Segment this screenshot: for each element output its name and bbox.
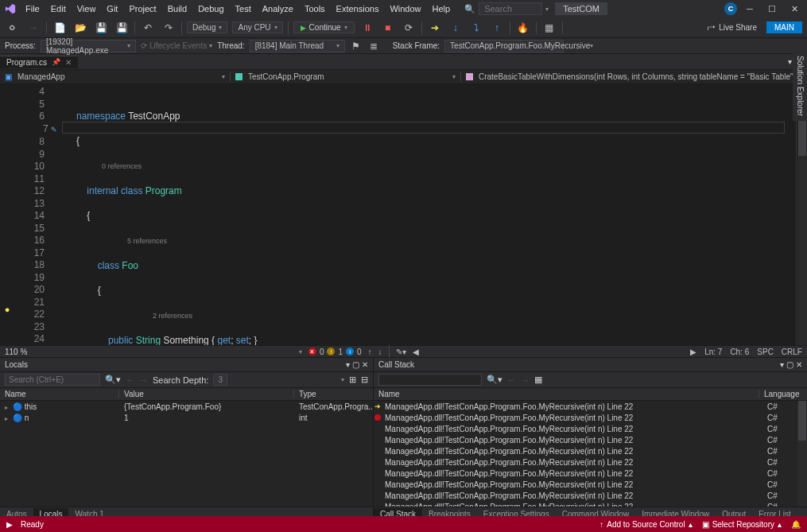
redo-icon[interactable]: ↷ bbox=[161, 20, 177, 36]
continue-button[interactable]: ▶Continue▾ bbox=[293, 21, 355, 33]
live-share-button[interactable]: ⮣Live Share bbox=[703, 21, 762, 33]
search-input[interactable] bbox=[479, 2, 542, 15]
indent-mode[interactable]: SPC bbox=[757, 348, 774, 356]
dropdown-icon[interactable]: ▾ bbox=[780, 360, 784, 369]
undo-icon[interactable]: ↶ bbox=[140, 20, 156, 36]
menu-build[interactable]: Build bbox=[163, 2, 192, 15]
view-frames-icon[interactable]: ▦ bbox=[534, 375, 542, 385]
callstack-col-lang[interactable]: Language bbox=[759, 390, 807, 398]
nav-member-dropdown[interactable]: CrateBasicTableWithDimensions(int Rows, … bbox=[461, 72, 807, 82]
nav-project-dropdown[interactable]: ▣ManagedApp▾ bbox=[0, 72, 231, 82]
menu-debug[interactable]: Debug bbox=[193, 2, 228, 15]
save-all-icon[interactable]: 💾 bbox=[114, 20, 130, 36]
line-ending[interactable]: CRLF bbox=[782, 348, 802, 356]
locals-body[interactable]: ▸🔵 this{TestConApp.Program.Foo}TestConAp… bbox=[0, 401, 373, 507]
nav-down-icon[interactable]: ↓ bbox=[378, 348, 382, 356]
search-go-icon[interactable]: 🔍▾ bbox=[105, 375, 121, 385]
window-layout-button[interactable]: MAIN bbox=[766, 21, 802, 33]
zoom-level[interactable]: 110 % bbox=[5, 348, 27, 356]
nav-class-dropdown[interactable]: TestConApp.Program▾ bbox=[231, 72, 461, 82]
menu-file[interactable]: File bbox=[21, 2, 45, 15]
callstack-search-input[interactable] bbox=[378, 374, 482, 386]
open-icon[interactable]: 📂 bbox=[72, 20, 88, 36]
save-icon[interactable]: 💾 bbox=[93, 20, 109, 36]
callstack-body[interactable]: ➔ManagedApp.dll!TestConApp.Program.Foo.M… bbox=[374, 401, 807, 507]
restart-icon[interactable]: ⟳ bbox=[401, 20, 417, 36]
locals-col-value[interactable]: Value bbox=[119, 390, 294, 398]
notifications-icon[interactable]: 🔔 bbox=[791, 520, 801, 529]
search-next-icon[interactable]: → bbox=[139, 375, 148, 385]
callstack-col-name[interactable]: Name bbox=[374, 390, 759, 398]
show-next-icon[interactable]: ➔ bbox=[427, 20, 443, 36]
callstack-frame[interactable]: ManagedApp.dll!TestConApp.Program.Foo.My… bbox=[374, 412, 807, 423]
solution-explorer-tab[interactable]: Solution Explorer bbox=[794, 51, 806, 121]
nav-up-icon[interactable]: ↑ bbox=[368, 348, 372, 356]
warning-count-icon[interactable]: ! bbox=[327, 348, 335, 355]
search-go-icon[interactable]: 🔍▾ bbox=[487, 375, 502, 385]
platform-dropdown[interactable]: Any CPU▾ bbox=[232, 21, 282, 33]
thread-dropdown[interactable]: [8184] Main Thread▾ bbox=[250, 40, 345, 52]
step-over-icon[interactable]: ⤵ bbox=[468, 20, 484, 36]
nav-fwd-button[interactable]: → bbox=[25, 20, 41, 36]
brush-icon[interactable]: ✎▾ bbox=[396, 348, 406, 356]
callstack-frame[interactable]: ManagedApp.dll!TestConApp.Program.Foo.My… bbox=[374, 434, 807, 445]
locals-col-type[interactable]: Type bbox=[294, 390, 373, 398]
menu-window[interactable]: Window bbox=[385, 2, 425, 15]
hot-reload-icon[interactable]: 🔥 bbox=[515, 20, 531, 36]
tab-program-cs[interactable]: Program.cs 📌 ✕ bbox=[0, 56, 78, 68]
add-source-control[interactable]: ↑ Add to Source Control ▴ bbox=[599, 520, 692, 529]
flag-icon[interactable]: ⚑ bbox=[350, 38, 363, 54]
callstack-frame[interactable]: ManagedApp.dll!TestConApp.Program.Foo.My… bbox=[374, 468, 807, 479]
callstack-frame[interactable]: ManagedApp.dll!TestConApp.Program.Foo.My… bbox=[374, 445, 807, 456]
callstack-frame[interactable]: ManagedApp.dll!TestConApp.Program.Foo.My… bbox=[374, 490, 807, 501]
menu-project[interactable]: Project bbox=[124, 2, 161, 15]
break-all-icon[interactable]: ⏸ bbox=[359, 20, 375, 36]
tab-overflow-icon[interactable]: ▾ bbox=[788, 57, 792, 66]
stackframe-dropdown[interactable]: TestConApp.Program.Foo.MyRecursive▾ bbox=[444, 40, 564, 52]
callstack-frame[interactable]: ManagedApp.dll!TestConApp.Program.Foo.My… bbox=[374, 479, 807, 490]
callstack-frame[interactable]: ManagedApp.dll!TestConApp.Program.Foo.My… bbox=[374, 456, 807, 468]
menu-tools[interactable]: Tools bbox=[300, 2, 330, 15]
close-panel-icon[interactable]: ✕ bbox=[796, 360, 802, 369]
select-repository[interactable]: ▣ Select Repository ▴ bbox=[702, 520, 782, 529]
nav-back-button[interactable]: ⭘ bbox=[5, 20, 21, 36]
callstack-frame[interactable]: ➔ManagedApp.dll!TestConApp.Program.Foo.M… bbox=[374, 401, 807, 412]
close-button[interactable]: ✕ bbox=[785, 2, 804, 16]
locals-row[interactable]: ▸🔵 n1int bbox=[0, 412, 373, 423]
search-dropdown-icon[interactable]: ▾ bbox=[545, 6, 549, 13]
scroll-right-icon[interactable]: ▶ bbox=[690, 348, 696, 356]
user-avatar[interactable]: C bbox=[724, 2, 737, 15]
depth-dropdown-icon[interactable]: ▾ bbox=[341, 376, 344, 383]
info-count-icon[interactable]: i bbox=[346, 348, 354, 355]
threads-icon[interactable]: ≣ bbox=[367, 38, 380, 54]
tool-icon[interactable]: ▦ bbox=[541, 20, 557, 36]
error-count-icon[interactable]: ✕ bbox=[308, 348, 316, 355]
minimize-button[interactable]: ─ bbox=[740, 2, 759, 16]
menu-extensions[interactable]: Extensions bbox=[332, 2, 384, 15]
maximize-button[interactable]: ☐ bbox=[762, 2, 782, 16]
new-file-icon[interactable]: 📄 bbox=[52, 20, 68, 36]
step-into-icon[interactable]: ↓ bbox=[448, 20, 464, 36]
locals-col-name[interactable]: Name bbox=[0, 390, 119, 398]
search-prev-icon[interactable]: ← bbox=[126, 375, 134, 385]
editor-scrollbar[interactable] bbox=[797, 84, 807, 345]
scroll-left-icon[interactable]: ◀ bbox=[413, 348, 419, 356]
close-panel-icon[interactable]: ✕ bbox=[362, 360, 368, 369]
code-area[interactable]: namespace TestConApp { 0 references inte… bbox=[62, 84, 796, 345]
close-tab-icon[interactable]: ✕ bbox=[65, 58, 72, 67]
callstack-frame[interactable]: ManagedApp.dll!TestConApp.Program.Foo.My… bbox=[374, 423, 807, 434]
maximize-panel-icon[interactable]: ▢ bbox=[786, 360, 793, 369]
step-out-icon[interactable]: ↑ bbox=[489, 20, 505, 36]
depth-value[interactable]: 3 bbox=[213, 374, 227, 386]
toggle2-icon[interactable]: ⊟ bbox=[361, 375, 368, 385]
config-dropdown[interactable]: Debug▾ bbox=[187, 21, 227, 33]
process-dropdown[interactable]: [19320] ManagedApp.exe▾ bbox=[41, 40, 136, 52]
menu-edit[interactable]: Edit bbox=[46, 2, 71, 15]
lifecycle-events[interactable]: ⟳Lifecycle Events▾ bbox=[141, 41, 212, 50]
pin-icon[interactable]: 📌 bbox=[52, 58, 60, 66]
search-prev-icon[interactable]: ← bbox=[507, 375, 516, 385]
stop-icon[interactable]: ■ bbox=[380, 20, 396, 36]
dropdown-icon[interactable]: ▾ bbox=[346, 360, 350, 369]
menu-view[interactable]: View bbox=[72, 2, 101, 15]
locals-row[interactable]: ▸🔵 this{TestConApp.Program.Foo}TestConAp… bbox=[0, 401, 373, 412]
